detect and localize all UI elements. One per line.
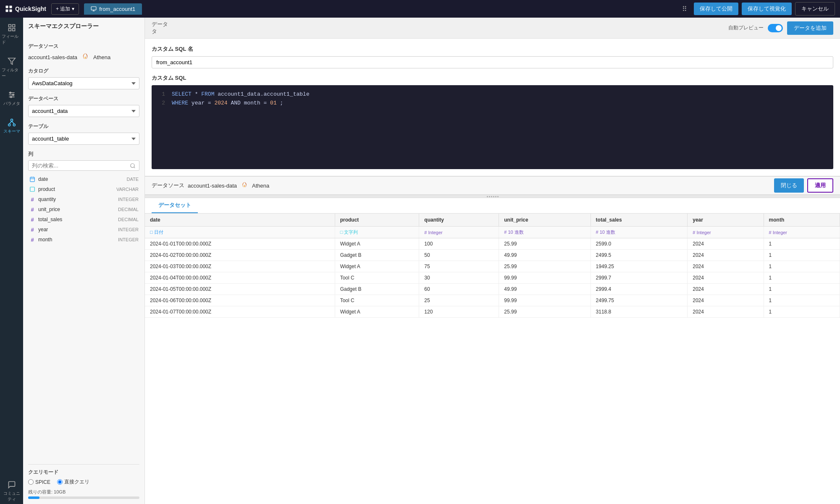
table-select[interactable]: account1_table (28, 133, 139, 145)
column-item: product VARCHAR (28, 184, 139, 194)
column-item-left: product (29, 186, 55, 193)
sidebar-item-label: コミュニティ (3, 491, 20, 502)
table-cell: Widget A (335, 261, 419, 272)
table-cell: 75 (419, 261, 499, 272)
table-row: 2024-01-02T00:00:00.000ZGadget B5049.992… (145, 250, 840, 261)
svg-rect-6 (12, 25, 15, 27)
auto-preview-toggle[interactable] (768, 24, 783, 32)
columns-label: 列 (28, 151, 139, 158)
sidebar-item-schema[interactable]: スキーマ (2, 117, 22, 136)
table-cell: 1 (764, 238, 840, 250)
datasource-row: account1-sales-data Athena (28, 52, 139, 62)
column-type: INTEGER (118, 197, 139, 202)
table-cell: 2024 (688, 250, 764, 261)
query-mode-section: クエリモード SPICE 直接クエリ 残りの容量: 10GB (28, 464, 139, 499)
table-cell: 2024-01-02T00:00:00.000Z (145, 250, 335, 261)
table-type-cell: □ 日付 (145, 227, 335, 238)
table-row: 2024-01-03T00:00:00.000ZWidget A7525.991… (145, 261, 840, 272)
sidebar-item-filter[interactable]: フィルター (0, 55, 23, 81)
tab-from-account1[interactable]: from_account1 (84, 3, 142, 15)
close-button[interactable]: 閉じる (774, 178, 804, 193)
table-cell: 60 (419, 284, 499, 295)
sidebar-item-community[interactable]: コミュニティ (2, 479, 22, 504)
spice-radio[interactable] (28, 479, 34, 485)
apply-button[interactable]: 適用 (807, 178, 833, 193)
table-cell: 2024-01-06T00:00:00.000Z (145, 295, 335, 306)
schema-panel: スキーマエクスプローラー データソース account1-sales-data … (23, 18, 145, 504)
svg-rect-7 (8, 29, 11, 31)
column-item-left: # year (29, 226, 48, 233)
table-type-cell: # Integer (419, 227, 499, 238)
integer-icon: # (29, 236, 36, 243)
column-item: date DATE (28, 174, 139, 184)
table-cell: 25.99 (499, 306, 591, 318)
table-cell: Gadget B (335, 284, 419, 295)
direct-radio[interactable] (57, 479, 63, 485)
dataset-tab[interactable]: データセット (152, 198, 198, 213)
sql-editor-area: カスタム SQL 名 カスタム SQL 1 SELECT * FROM acco… (145, 39, 840, 176)
svg-point-21 (131, 163, 134, 167)
table-cell: 1 (764, 261, 840, 272)
direct-radio-label[interactable]: 直接クエリ (57, 478, 89, 486)
app-logo: QuickSight (5, 5, 46, 13)
table-header: total_sales (591, 214, 688, 227)
table-type-cell: # 10 進数 (591, 227, 688, 238)
search-input[interactable] (32, 162, 127, 169)
table-header: year (688, 214, 764, 227)
column-name: year (38, 227, 48, 232)
database-select[interactable]: account1_data (28, 105, 139, 117)
sidebar-bottom: コミュニティ (2, 479, 22, 504)
sidebar-item-field[interactable]: フィールド (0, 22, 23, 47)
table-cell: 2024 (688, 272, 764, 284)
column-item-left: # quantity (29, 196, 56, 203)
search-row (28, 160, 139, 171)
table-row: 2024-01-07T00:00:00.000ZWidget A12025.99… (145, 306, 840, 318)
data-header: データタ 自動プレビュー データを追加 (145, 18, 840, 39)
table-cell: 100 (419, 238, 499, 250)
svg-rect-23 (30, 177, 35, 182)
custom-sql-name-label: カスタム SQL 名 (152, 45, 833, 53)
spice-radio-label[interactable]: SPICE (28, 479, 50, 485)
auto-preview-text: 自動プレビュー (728, 24, 764, 31)
column-item-left: # total_sales (29, 216, 62, 223)
sql-name-input[interactable] (152, 56, 833, 68)
column-type: DECIMAL (118, 217, 139, 222)
table-type-cell: # Integer (764, 227, 840, 238)
spice-label: SPICE (35, 479, 50, 485)
add-data-button[interactable]: データを追加 (787, 21, 833, 35)
svg-marker-9 (8, 58, 15, 65)
cancel-button[interactable]: キャンセル (795, 2, 835, 16)
table-row: 2024-01-04T00:00:00.000ZTool C3099.99299… (145, 272, 840, 284)
sidebar-item-parameter[interactable]: パラメタ (2, 89, 22, 108)
add-button[interactable]: + 追加 ▾ (51, 3, 79, 15)
sql-code-area[interactable]: 1 SELECT * FROM account1_data.account1_t… (152, 85, 833, 169)
table-type-cell: □ 文字列 (335, 227, 419, 238)
table-cell: Widget A (335, 306, 419, 318)
svg-rect-0 (6, 6, 8, 8)
table-cell: 2499.5 (591, 250, 688, 261)
column-item: # quantity INTEGER (28, 194, 139, 204)
footer-buttons: 閉じる 適用 (774, 178, 833, 193)
data-table: dateproductquantityunit_pricetotal_sales… (145, 214, 840, 318)
top-bar: QuickSight + 追加 ▾ from_account1 ⠿ 保存して公開… (0, 0, 840, 18)
footer-datasource-name: account1-sales-data (188, 183, 237, 189)
column-item-left: # unit_price (29, 206, 60, 213)
table-row: 2024-01-05T00:00:00.000ZGadget B6049.992… (145, 284, 840, 295)
datasource-name: account1-sales-data (28, 54, 77, 60)
resize-handle[interactable] (145, 195, 840, 198)
database-label: データベース (28, 95, 139, 102)
table-cell: 1 (764, 272, 840, 284)
column-item-left: # month (29, 236, 52, 243)
table-cell: 99.99 (499, 295, 591, 306)
table-cell: Widget A (335, 238, 419, 250)
publish-button[interactable]: 保存して公開 (694, 3, 738, 15)
catalog-select[interactable]: AwsDataCatalog (28, 77, 139, 89)
table-cell: 25.99 (499, 238, 591, 250)
visualize-button[interactable]: 保存して視覚化 (742, 3, 792, 15)
svg-rect-8 (12, 29, 15, 31)
date-icon (29, 176, 36, 183)
table-cell: 2999.4 (591, 284, 688, 295)
main-layout: フィールド フィルター パラメタ スキーマ コミュニティ スキーマエクスプローラ… (0, 18, 840, 504)
varchar-icon (29, 186, 36, 193)
direct-label: 直接クエリ (64, 478, 89, 486)
